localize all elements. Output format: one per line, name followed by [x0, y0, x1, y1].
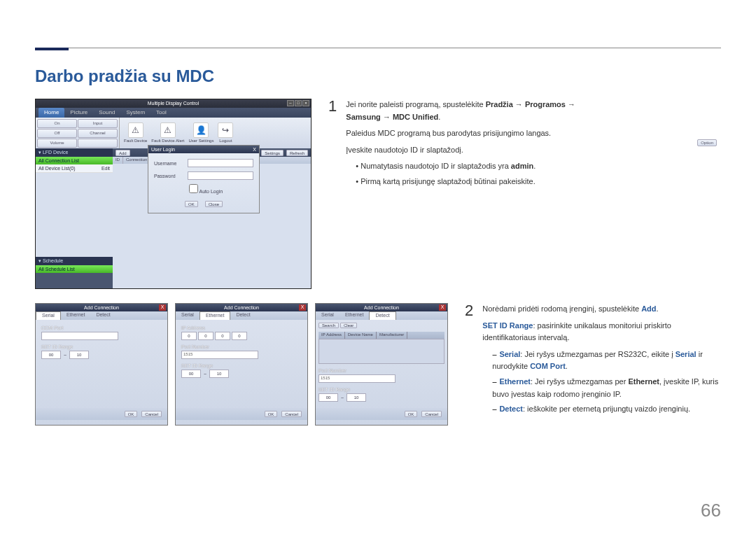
- comport-label: COM Port: [41, 325, 162, 330]
- port-input[interactable]: 1515: [181, 351, 258, 359]
- s2-eth-bold: Ethernet: [628, 377, 659, 386]
- s2-eth-mid: : Jei ryšys užmezgamas per: [531, 377, 628, 386]
- b1-bold: admin: [511, 162, 533, 170]
- menu-picture[interactable]: Picture: [64, 108, 93, 118]
- mdc-main-screenshot: Multiple Display Control – □ × Home Pict…: [35, 99, 312, 289]
- range-from-s[interactable]: 00: [41, 351, 61, 359]
- tab-ethernet-e[interactable]: Ethernet: [200, 311, 230, 320]
- refresh-button[interactable]: Refresh: [286, 150, 308, 156]
- toolbar-left: On Input Off Channel Volume: [36, 118, 120, 148]
- fault-device-icon[interactable]: ⚠Fault Device: [124, 122, 147, 143]
- menu-bar: Home Picture Sound System Tool: [36, 108, 311, 118]
- ok-serial[interactable]: OK: [125, 411, 138, 417]
- ac-body-det: Search Clear IP Address Device Name Manu…: [316, 320, 447, 408]
- user-icon: 👤: [193, 122, 209, 138]
- ok-det[interactable]: OK: [405, 411, 418, 417]
- settings-button[interactable]: Settings: [261, 150, 284, 156]
- ac-body-eth: IP Address 0 0 0 0 Port Number 1515 SE: [176, 320, 307, 408]
- menu-sound[interactable]: Sound: [93, 108, 120, 118]
- menu-home[interactable]: Home: [38, 108, 64, 118]
- menu-tool[interactable]: Tool: [150, 108, 172, 118]
- tab-detect-e[interactable]: Detect: [230, 311, 255, 320]
- ip-oct1[interactable]: 0: [181, 332, 197, 340]
- detect-btns: Search Clear: [318, 323, 444, 329]
- logout-icon[interactable]: ↪Logout: [218, 122, 233, 143]
- login-title-text: User Login: [151, 147, 175, 152]
- minimize-button[interactable]: –: [287, 100, 294, 106]
- search-button[interactable]: Search: [318, 323, 339, 328]
- tab-serial-d[interactable]: Serial: [316, 311, 340, 320]
- autologin-checkbox[interactable]: [189, 184, 198, 193]
- fault-label: Fault Device: [124, 139, 147, 143]
- cancel-eth[interactable]: Cancel: [281, 411, 302, 417]
- ok-eth[interactable]: OK: [265, 411, 278, 417]
- step2-text: 2 Norėdami pridėti rodomą įrenginį, spus…: [465, 303, 721, 426]
- user-settings-icon[interactable]: 👤User Settings: [188, 122, 214, 143]
- side-allsched[interactable]: All Schedule List: [36, 265, 113, 273]
- ip-oct2[interactable]: 0: [198, 332, 214, 340]
- ac-title-text: Add Connection: [84, 305, 119, 310]
- ac-close-serial[interactable]: X: [159, 304, 166, 311]
- ip-oct3[interactable]: 0: [215, 332, 230, 340]
- range-from-d[interactable]: 00: [318, 393, 338, 402]
- setid-label-s: SET ID Range: [41, 344, 162, 349]
- add-button[interactable]: Add: [115, 150, 130, 156]
- tbtn-channel[interactable]: Channel: [78, 129, 118, 138]
- option-button[interactable]: Option: [697, 139, 717, 146]
- ac-body-serial: COM Port SET ID Range 00 ~ 10: [36, 320, 167, 408]
- side-sched[interactable]: ▾ Schedule: [36, 257, 113, 265]
- window-controls: – □ ×: [287, 100, 309, 106]
- tbtn-blank[interactable]: [78, 139, 118, 148]
- side-lfd[interactable]: ▾ LFD Device: [36, 148, 113, 157]
- tab-serial-s[interactable]: Serial: [36, 311, 61, 320]
- tbtn-on[interactable]: On: [37, 119, 77, 128]
- login-ok-button[interactable]: OK: [185, 201, 198, 207]
- side-alldev[interactable]: All Device List(0)Edit: [36, 164, 113, 173]
- tab-detect-d[interactable]: Detect: [369, 311, 396, 320]
- ip-oct4[interactable]: 0: [232, 332, 247, 340]
- option-button-wrap: Option: [697, 140, 717, 146]
- username-input[interactable]: [188, 159, 253, 167]
- tab-serial-e[interactable]: Serial: [176, 311, 200, 320]
- range-from-e[interactable]: 00: [181, 370, 201, 378]
- range-to-e[interactable]: 10: [209, 370, 229, 378]
- range-to-s[interactable]: 10: [69, 351, 89, 359]
- s2-eth-label: Ethernet: [499, 377, 531, 386]
- ac-close-det[interactable]: X: [439, 304, 446, 311]
- ac-title-text-d: Add Connection: [364, 305, 399, 310]
- section-2: Add ConnectionX Serial Ethernet Detect C…: [35, 303, 721, 426]
- page-number: 66: [701, 500, 721, 521]
- col-dev-d: Device Name: [345, 332, 377, 339]
- password-input[interactable]: [188, 171, 253, 180]
- ac-close-eth[interactable]: X: [299, 304, 306, 311]
- tbtn-off[interactable]: Off: [37, 129, 77, 138]
- menu-system[interactable]: System: [120, 108, 150, 118]
- tab-ethernet-s[interactable]: Ethernet: [61, 311, 90, 320]
- clear-button[interactable]: Clear: [340, 323, 357, 328]
- port-input-d[interactable]: 1515: [318, 374, 396, 383]
- cancel-det[interactable]: Cancel: [421, 411, 442, 417]
- toolbar: On Input Off Channel Volume ⚠Fault Devic…: [36, 118, 311, 148]
- login-close-button[interactable]: X: [253, 147, 256, 152]
- s2-serial-link: Serial: [676, 350, 696, 358]
- side-allconn[interactable]: All Connection List: [36, 157, 113, 164]
- step2-ethernet: Ethernet: Jei ryšys užmezgamas per Ether…: [492, 376, 720, 400]
- fault-alert-icon[interactable]: ⚠Fault Device Alert: [151, 122, 184, 143]
- center-pane: Add Settings Refresh ID Connection Type …: [113, 148, 311, 288]
- maximize-button[interactable]: □: [295, 100, 302, 106]
- header-accent: [35, 48, 69, 50]
- tab-detect-s[interactable]: Detect: [90, 311, 115, 320]
- tab-ethernet-d[interactable]: Ethernet: [340, 311, 369, 320]
- tbtn-volume[interactable]: Volume: [37, 139, 77, 148]
- comport-input[interactable]: [41, 332, 118, 340]
- s2-comport: COM Port: [530, 362, 566, 370]
- login-close2-button[interactable]: Close: [205, 201, 223, 207]
- step1-p2: Įveskite naudotojo ID ir slaptažodį.: [346, 144, 584, 157]
- tbtn-input[interactable]: Input: [78, 119, 118, 128]
- range-to-d[interactable]: 10: [346, 393, 366, 402]
- b1-before: Numatytasis naudotojo ID ir slaptažodis …: [360, 162, 511, 170]
- close-button[interactable]: ×: [302, 100, 309, 106]
- step1-p1: Paleidus MDC programą bus parodytas pris…: [346, 127, 584, 140]
- edit-link[interactable]: Edit: [102, 166, 110, 171]
- cancel-serial[interactable]: Cancel: [141, 411, 162, 417]
